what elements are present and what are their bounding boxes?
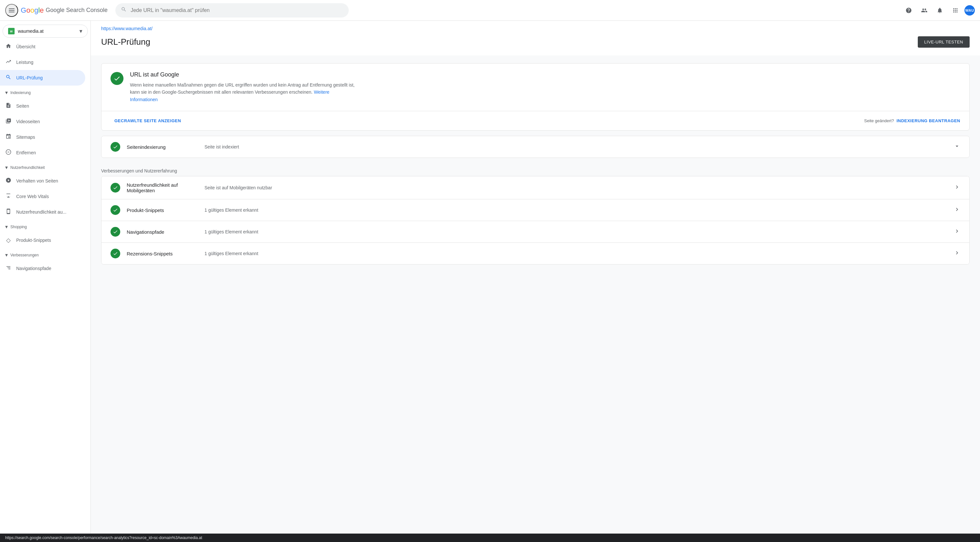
- sidebar-item-label: Entfernen: [16, 150, 36, 155]
- breadcrumb-icon: [5, 265, 12, 272]
- pages-icon: [5, 102, 12, 110]
- sidebar-item-label: Seiten: [16, 104, 29, 108]
- property-favicon: w: [8, 28, 14, 34]
- list-item-value: 1 gültiges Element erkannt: [205, 207, 954, 213]
- list-item-rezensions-snippets[interactable]: Rezensions-Snippets 1 gültiges Element e…: [102, 243, 969, 264]
- main-content: https://www.waumedia.at/ URL-Prüfung LIV…: [91, 21, 980, 542]
- sidebar-item-uebersicht[interactable]: Übersicht: [0, 39, 85, 54]
- sidebar-section-verbesserungen[interactable]: ▾ Verbesserungen: [0, 249, 91, 261]
- sidebar-item-label: Produkt-Snippets: [16, 238, 51, 243]
- sidebar-item-label: Verhalten von Seiten: [16, 178, 58, 183]
- remove-icon: [5, 149, 12, 156]
- user-avatar[interactable]: WAU: [964, 5, 975, 16]
- home-icon: [5, 43, 12, 51]
- help-button[interactable]: [902, 4, 915, 17]
- section-label: Nutzerfreundlichkeit: [10, 165, 45, 170]
- section-label: Indexierung: [10, 91, 31, 95]
- chevron-right-icon: [954, 184, 960, 192]
- check-icon: [110, 227, 120, 237]
- section-chevron-icon: ▾: [5, 89, 8, 96]
- list-item-label: Produkt-Snippets: [127, 207, 205, 213]
- sidebar-item-label: Videoseiten: [16, 119, 40, 124]
- sidebar-item-produkt-snippets[interactable]: ◇ Produkt-Snippets: [0, 233, 85, 248]
- list-item-label: Navigationspfade: [127, 229, 205, 235]
- video-icon: [5, 118, 12, 126]
- sidebar-item-label: Core Web Vitals: [16, 194, 49, 199]
- monitor-icon: [5, 193, 12, 200]
- status-description: Wenn keine manuellen Maßnahmen gegen die…: [130, 81, 357, 103]
- property-name: waumedia.at: [18, 29, 80, 34]
- sidebar-item-core-web-vitals[interactable]: Core Web Vitals: [0, 189, 85, 204]
- improvements-section-label: Verbesserungen und Nutzererfahrung: [101, 163, 970, 176]
- search-icon: [5, 74, 12, 82]
- list-item-mobilgeraete[interactable]: Nutzerfreundlichkeit auf Mobilgeräten Se…: [102, 176, 969, 199]
- section-chevron-icon: ▾: [5, 224, 8, 230]
- breadcrumb-url: https://www.waumedia.at/: [101, 26, 153, 31]
- check-icon: [110, 249, 120, 258]
- section-chevron-icon: ▾: [5, 252, 8, 258]
- sidebar-item-sitemaps[interactable]: Sitemaps: [0, 129, 85, 145]
- gecrawlte-seite-anzeigen-button[interactable]: GECRAWLTE SEITE ANZEIGEN: [110, 116, 185, 126]
- notifications-button[interactable]: [933, 4, 946, 17]
- list-item-value: 1 gültiges Element erkannt: [205, 251, 954, 256]
- list-item-label: Seitenindexierung: [127, 144, 205, 150]
- diamond-icon: ◇: [5, 237, 12, 244]
- google-logo[interactable]: Google Google Search Console: [21, 6, 108, 14]
- status-success-icon: [110, 72, 124, 85]
- sidebar-item-videoseiten[interactable]: Videoseiten: [0, 114, 85, 129]
- chevron-right-icon: [954, 228, 960, 236]
- improvements-card: Nutzerfreundlichkeit auf Mobilgeräten Se…: [101, 176, 970, 265]
- sidebar-section-indexierung[interactable]: ▾ Indexierung: [0, 87, 91, 98]
- sidebar-item-nutzerfreundlichkeit-au[interactable]: Nutzerfreundlichkeit au...: [0, 204, 85, 220]
- list-item-produkt-snippets[interactable]: Produkt-Snippets 1 gültiges Element erka…: [102, 199, 969, 221]
- hamburger-menu-button[interactable]: [5, 4, 18, 17]
- sidebar-item-seiten[interactable]: Seiten: [0, 98, 85, 114]
- sidebar-item-label: Navigationspfade: [16, 266, 51, 271]
- sidebar-item-leistung[interactable]: Leistung: [0, 54, 85, 70]
- url-search-bar[interactable]: [115, 3, 349, 18]
- status-card-body: URL ist auf Google Wenn keine manuellen …: [102, 64, 969, 111]
- sidebar-item-label: Übersicht: [16, 44, 35, 49]
- url-breadcrumb: https://www.waumedia.at/: [91, 21, 980, 31]
- page-title: URL-Prüfung: [101, 37, 150, 47]
- account-management-button[interactable]: [918, 4, 931, 17]
- apps-button[interactable]: [949, 4, 962, 17]
- list-item-seitenindexierung[interactable]: Seitenindexierung Seite ist indexiert: [102, 136, 969, 158]
- chevron-down-icon: [954, 143, 960, 151]
- live-url-test-button[interactable]: LIVE-URL TESTEN: [918, 36, 970, 48]
- list-item-value: 1 gültiges Element erkannt: [205, 229, 954, 234]
- section-chevron-icon: ▾: [5, 164, 8, 171]
- list-item-label: Rezensions-Snippets: [127, 251, 205, 257]
- page-title-row: URL-Prüfung LIVE-URL TESTEN: [91, 31, 980, 56]
- seite-geaendert-label: Seite geändert?: [864, 118, 894, 123]
- status-content: URL ist auf Google Wenn keine manuellen …: [130, 71, 357, 103]
- status-card: URL ist auf Google Wenn keine manuellen …: [101, 63, 970, 131]
- mobile-icon: [5, 209, 12, 216]
- list-item-navigationspfade[interactable]: Navigationspfade 1 gültiges Element erka…: [102, 221, 969, 243]
- google-wordmark: Google: [21, 6, 44, 14]
- sidebar-item-label: Nutzerfreundlichkeit au...: [16, 209, 67, 215]
- sidebar-item-entfernen[interactable]: Entfernen: [0, 145, 85, 161]
- trending-icon: [5, 59, 12, 66]
- section-label: Shopping: [10, 225, 27, 229]
- check-icon: [110, 205, 120, 215]
- section-label: Verbesserungen: [10, 253, 38, 257]
- svg-rect-2: [9, 12, 14, 12]
- nav-actions: WAU: [902, 4, 975, 17]
- indexierung-beantragen-button[interactable]: INDEXIERUNG BEANTRAGEN: [896, 118, 960, 123]
- sidebar-item-verhalten[interactable]: Verhalten von Seiten: [0, 173, 85, 189]
- check-icon: [110, 183, 120, 193]
- sidebar-item-navigationspfade[interactable]: Navigationspfade: [0, 261, 85, 276]
- list-item-value: Seite ist auf Mobilgeräten nutzbar: [205, 185, 954, 190]
- sidebar-section-nutzerfreundlichkeit[interactable]: ▾ Nutzerfreundlichkeit: [0, 162, 91, 173]
- sidebar-item-url-pruefung[interactable]: URL-Prüfung: [0, 70, 85, 86]
- list-item-label: Nutzerfreundlichkeit auf Mobilgeräten: [127, 182, 205, 193]
- sidebar-item-label: Sitemaps: [16, 134, 35, 140]
- property-selector[interactable]: w waumedia.at ▾: [3, 25, 88, 38]
- sidebar-section-shopping[interactable]: ▾ Shopping: [0, 221, 91, 233]
- url-search-input[interactable]: [130, 8, 343, 13]
- layout: w waumedia.at ▾ Übersicht Leistung URL-P…: [0, 0, 980, 542]
- card-actions: GECRAWLTE SEITE ANZEIGEN Seite geändert?…: [102, 111, 969, 130]
- app-title: Google Search Console: [46, 7, 108, 14]
- status-title: URL ist auf Google: [130, 71, 357, 78]
